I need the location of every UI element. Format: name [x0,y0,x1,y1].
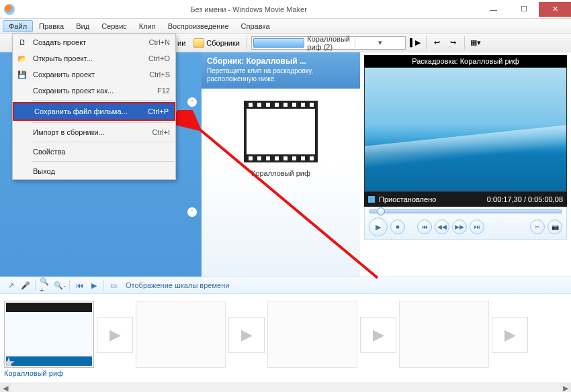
pane-collapse-up[interactable]: ˄ [187,97,197,107]
menu-play[interactable]: Воспроизведение [162,20,235,32]
maximize-button[interactable]: ☐ [509,2,539,17]
transition-slot[interactable]: ▶ [492,317,528,353]
timeline-toolbar: ↗ 🎤 🔍+ 🔍- ⏮ ▶ ▭ Отображение шкалы времен… [0,277,571,294]
collection-heading: Сборник: Коралловый ... [207,56,355,66]
storyboard-clip[interactable] [4,301,94,368]
collection-combo-value: Коралловый риф (2) [304,35,354,51]
menu-tools[interactable]: Сервис [95,20,133,32]
pane-collapse-down[interactable]: ˅ [187,207,197,217]
preview-pane: Раскадровка: Коралловый риф Приостановле… [360,52,571,277]
menu-clip[interactable]: Клип [133,20,162,32]
menu-separator [32,122,174,123]
clip-frame [244,109,318,154]
filmstrip-perf-bot [244,154,318,162]
pointer-icon[interactable]: ↗ [5,280,16,291]
next-button[interactable]: ⏭ [470,219,484,234]
nav-back-button[interactable]: ↩ [431,36,444,50]
seek-knob[interactable] [377,207,385,215]
menu-item-save-movie[interactable]: Сохранить файл фильма...Ctrl+P [13,102,175,121]
nav-up-button[interactable]: ▌▶ [408,36,422,50]
menu-item-saveas[interactable]: Сохранить проект как...F12 [13,83,175,99]
zoom-out-icon[interactable]: 🔍- [54,280,65,291]
timeline-view-icon[interactable]: ▭ [108,280,119,291]
collection-pane: Сборник: Коралловый ... Перетащите клип … [202,52,360,277]
toolbar-separator [464,36,465,50]
menu-separator [32,100,174,101]
view-mode-button[interactable]: ▦▾ [469,36,482,50]
folder-icon [193,38,204,48]
collection-header: Сборник: Коралловый ... Перетащите клип … [202,52,360,89]
menu-bar: Файл Правка Вид Сервис Клип Воспроизведе… [0,19,571,34]
scroll-right-icon[interactable]: ▶ [560,383,571,392]
minimize-button[interactable]: — [478,2,509,17]
menu-item-props[interactable]: Свойства [13,144,175,160]
storyboard-clip-label: Коралловый риф [4,369,94,377]
save-icon: 💾 [15,69,29,80]
storyboard-empty-slot[interactable] [136,301,226,368]
preview-screen[interactable] [364,67,567,192]
stop-indicator-icon [368,196,375,203]
menu-separator [32,161,174,162]
window-buttons: — ☐ ✕ [478,2,571,17]
window-title: Без имени - Windows Movie Maker [19,5,478,13]
collection-subtitle: Перетащите клип на раскадровку, располож… [207,67,355,83]
preview-title: Раскадровка: Коралловый риф [364,55,567,67]
blank-icon [15,85,29,96]
collection-icon [253,38,304,48]
storyboard-empty-slot[interactable] [267,301,357,368]
clip-thumbnail[interactable] [244,101,318,162]
prev-button[interactable]: ⏮ [417,219,432,234]
new-doc-icon: 🗋 [15,37,29,48]
menu-item-create[interactable]: 🗋 Создать проектCtrl+N [13,34,175,50]
collection-body: Коралловый риф [202,89,360,277]
filmstrip-perf-top [244,101,318,109]
title-bar: Без имени - Windows Movie Maker — ☐ ✕ [0,0,571,19]
forward-button[interactable]: ▶▶ [452,219,467,234]
star-icon [3,357,15,369]
blank-icon [15,127,29,138]
snapshot-button[interactable]: 📷 [547,219,562,234]
timeline-label[interactable]: Отображение шкалы времени [126,281,229,289]
menu-view[interactable]: Вид [70,20,95,32]
mic-icon[interactable]: 🎤 [20,280,31,291]
toolbar-collections[interactable]: Сборники [191,37,243,49]
preview-state: Приостановлено [379,195,436,203]
split-button[interactable]: ✂ [530,219,545,234]
menu-item-save[interactable]: 💾 Сохранить проектCtrl+S [13,66,175,83]
seek-bar[interactable] [369,209,562,213]
app-icon [4,4,15,15]
menu-help[interactable]: Справка [235,20,276,32]
storyboard-empty-slot[interactable] [399,301,489,368]
blank-icon [15,146,29,157]
blank-icon [15,166,29,177]
menu-edit[interactable]: Правка [33,20,70,32]
scroll-left-icon[interactable]: ◀ [0,383,11,392]
storyboard: Коралловый риф ▶ ▶ ▶ ▶ [0,294,571,383]
menu-item-open[interactable]: 📂 Открыть проект...Ctrl+O [13,50,175,66]
close-button[interactable]: ✕ [539,2,571,17]
preview-controls: ▶ ■ ⏮ ◀◀ ▶▶ ⏭ ✂ 📷 [364,207,567,240]
horizontal-scrollbar[interactable]: ◀ ▶ [0,383,571,392]
menu-item-import[interactable]: Импорт в сборники...Ctrl+I [13,124,175,140]
play-timeline-icon[interactable]: ▶ [89,280,99,291]
toolbar-btn-im[interactable]: ии [175,38,188,48]
menu-file[interactable]: Файл [3,20,33,32]
blank-icon [17,106,30,117]
preview-statusbar: Приостановлено 0:00:17,30 / 0:05:00,08 [364,192,567,207]
stop-button[interactable]: ■ [390,219,405,234]
menu-item-exit[interactable]: Выход [13,163,175,179]
collection-combo[interactable]: Коралловый риф (2) ▾ [251,36,406,50]
menu-separator [32,142,174,142]
file-menu-dropdown: 🗋 Создать проектCtrl+N 📂 Открыть проект.… [12,34,176,180]
rewind-all-icon[interactable]: ⏮ [74,280,85,291]
rewind-button[interactable]: ◀◀ [435,219,449,234]
transition-slot[interactable]: ▶ [360,317,396,353]
nav-fwd-button[interactable]: ↪ [447,36,460,50]
zoom-in-icon[interactable]: 🔍+ [40,280,50,291]
chevron-down-icon[interactable]: ▾ [355,38,405,47]
preview-time: 0:00:17,30 / 0:05:00,08 [487,195,563,203]
transition-slot[interactable]: ▶ [228,317,265,353]
play-button[interactable]: ▶ [369,217,388,236]
folder-open-icon: 📂 [15,53,29,64]
transition-slot[interactable]: ▶ [97,317,133,353]
